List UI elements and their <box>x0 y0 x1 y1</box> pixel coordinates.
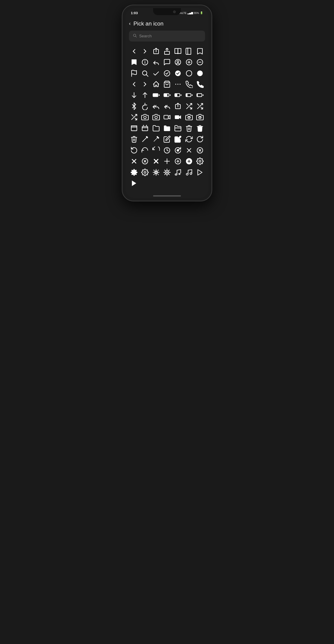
gear-2-icon[interactable] <box>140 167 150 177</box>
search-bar[interactable]: Search <box>129 30 205 42</box>
battery-low-icon[interactable] <box>195 90 205 100</box>
x-circle-icon[interactable] <box>195 145 205 155</box>
share-icon[interactable] <box>173 101 183 111</box>
info-circle-icon[interactable] <box>140 57 150 67</box>
play-outline-icon[interactable] <box>195 167 205 177</box>
gear-outline-icon[interactable] <box>195 156 205 166</box>
book-open-icon[interactable] <box>173 46 183 56</box>
svg-point-22 <box>175 84 176 85</box>
rotate-icon[interactable] <box>140 101 150 111</box>
camera-rotate-icon[interactable] <box>184 112 194 122</box>
cart-icon[interactable] <box>162 79 172 89</box>
pencil-2-icon[interactable] <box>151 134 161 144</box>
refresh-5-icon[interactable] <box>151 145 161 155</box>
camera-rotate-2-icon[interactable] <box>195 112 205 122</box>
battery-25-icon[interactable] <box>184 90 194 100</box>
gear-filled-icon[interactable] <box>129 167 139 177</box>
page-header: ‹ Pick an icon <box>129 17 205 30</box>
bookmark-filled-icon[interactable] <box>129 57 139 67</box>
minus-circle-icon[interactable] <box>195 57 205 67</box>
shuffle-icon[interactable] <box>184 101 194 111</box>
phone-filled-icon[interactable] <box>195 79 205 89</box>
refresh-6-icon[interactable] <box>162 145 172 155</box>
circle-filled-icon[interactable] <box>195 68 205 78</box>
refresh-7-icon[interactable] <box>173 145 183 155</box>
page-title: Pick an icon <box>133 20 163 27</box>
trash-outline-icon[interactable] <box>184 123 194 133</box>
reply-all-2-icon[interactable] <box>162 101 172 111</box>
bookmark-outline-icon[interactable] <box>195 46 205 56</box>
svg-point-67 <box>177 150 179 151</box>
checkmark-circle-filled-icon[interactable] <box>173 68 183 78</box>
home-indicator <box>125 193 209 198</box>
circle-outline-icon[interactable] <box>184 68 194 78</box>
refresh-2-icon[interactable] <box>195 134 205 144</box>
chevron-right-2-icon[interactable] <box>140 79 150 89</box>
camera-outline-icon[interactable] <box>140 112 150 122</box>
book-closed-icon[interactable] <box>184 46 194 56</box>
x-icon[interactable] <box>184 145 194 155</box>
music-note-2-icon[interactable] <box>184 167 194 177</box>
back-button[interactable]: ‹ <box>129 21 130 26</box>
note-edit-2-icon[interactable] <box>173 134 183 144</box>
search-icon[interactable] <box>140 68 150 78</box>
checkmark-icon[interactable] <box>151 68 161 78</box>
share-up-icon[interactable] <box>151 46 161 56</box>
battery-50-icon[interactable] <box>173 90 183 100</box>
arrow-down-icon[interactable] <box>129 90 139 100</box>
gear-4-icon[interactable] <box>162 167 172 177</box>
ellipsis-icon[interactable] <box>173 79 183 89</box>
x-circle-2-icon[interactable] <box>140 156 150 166</box>
stack-icon[interactable] <box>129 123 139 133</box>
shuffle-3-icon[interactable] <box>129 112 139 122</box>
svg-rect-41 <box>197 94 198 96</box>
plus-circle-icon[interactable] <box>184 57 194 67</box>
battery-full-icon[interactable] <box>151 90 161 100</box>
reply-icon[interactable] <box>151 57 161 67</box>
play-filled-icon[interactable] <box>129 178 139 188</box>
bluetooth-icon[interactable] <box>129 101 139 111</box>
plus-icon[interactable] <box>162 156 172 166</box>
share-box-icon[interactable] <box>162 46 172 56</box>
video-icon[interactable] <box>162 112 172 122</box>
search-input[interactable]: Search <box>139 34 201 38</box>
shuffle-2-icon[interactable] <box>195 101 205 111</box>
chat-bubble-icon[interactable] <box>162 57 172 67</box>
refresh-3-icon[interactable] <box>129 145 139 155</box>
person-circle-icon[interactable] <box>173 57 183 67</box>
phone-screen: 1:03 ⏰ ✱ VoLTE ▂▄▆ 55% 🔋 ‹ Pick an icon <box>125 8 209 198</box>
battery-75-icon[interactable] <box>162 90 172 100</box>
phone-outline-icon[interactable] <box>184 79 194 89</box>
x-circle-3-icon[interactable] <box>151 156 161 166</box>
chevron-left-2-icon[interactable] <box>129 79 139 89</box>
plus-circle-3-icon[interactable] <box>184 156 194 166</box>
refresh-4-icon[interactable] <box>140 145 150 155</box>
svg-point-88 <box>199 160 201 162</box>
x-plain-icon[interactable] <box>129 156 139 166</box>
stack-2-icon[interactable] <box>140 123 150 133</box>
checkmark-circle-outline-icon[interactable] <box>162 68 172 78</box>
trash-filled-icon[interactable] <box>195 123 205 133</box>
chevron-right-icon[interactable] <box>140 46 150 56</box>
folder-open-icon[interactable] <box>173 123 183 133</box>
plus-circle-2-icon[interactable] <box>173 156 183 166</box>
svg-marker-98 <box>198 170 202 175</box>
refresh-icon[interactable] <box>184 134 194 144</box>
pencil-icon[interactable] <box>140 134 150 144</box>
note-edit-icon[interactable] <box>162 134 172 144</box>
arrow-up-icon[interactable] <box>140 90 150 100</box>
svg-point-24 <box>180 84 181 85</box>
camera-outline-2-icon[interactable] <box>151 112 161 122</box>
chevron-left-icon[interactable] <box>129 46 139 56</box>
reply-all-icon[interactable] <box>151 101 161 111</box>
video-filled-icon[interactable] <box>173 112 183 122</box>
flag-icon[interactable] <box>129 68 139 78</box>
trash-2-icon[interactable] <box>129 134 139 144</box>
folder-outline-icon[interactable] <box>151 123 161 133</box>
music-note-icon[interactable] <box>173 167 183 177</box>
gear-3-icon[interactable] <box>151 167 161 177</box>
folder-filled-icon[interactable] <box>162 123 172 133</box>
status-time: 1:03 <box>131 11 138 15</box>
house-icon[interactable] <box>151 79 161 89</box>
svg-line-16 <box>146 75 148 76</box>
